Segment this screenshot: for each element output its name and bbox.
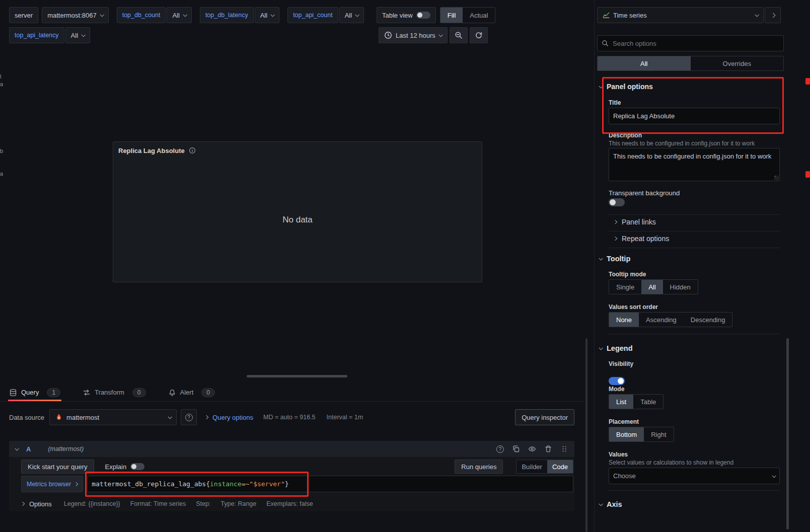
delete-query-trash-icon[interactable]: [544, 445, 552, 453]
sort-none[interactable]: None: [609, 313, 639, 327]
tooltip-mode-hidden[interactable]: Hidden: [663, 280, 698, 294]
textarea-resize-grip[interactable]: [774, 176, 779, 180]
promql-query-input[interactable]: mattermost_db_replica_lag_abs{ instance …: [87, 476, 573, 492]
repeat-options-section[interactable]: Repeat options: [614, 235, 669, 243]
zoom-out-button[interactable]: [450, 27, 468, 43]
tooltip-mode-single[interactable]: Single: [609, 280, 641, 294]
chevron-right-icon: [74, 482, 78, 486]
actual-option[interactable]: Actual: [463, 8, 495, 23]
table-view-label: Table view: [382, 12, 413, 19]
table-view-toggle[interactable]: [416, 12, 430, 19]
var-top-db-latency-picker[interactable]: All: [255, 7, 279, 23]
query-options-toggle[interactable]: Query options: [205, 414, 253, 421]
chevron-down-icon: [168, 415, 172, 419]
axis-section-header[interactable]: Axis: [599, 500, 622, 508]
builder-option[interactable]: Builder: [517, 460, 547, 473]
database-icon: [9, 389, 17, 397]
tab-query[interactable]: Query 1: [9, 384, 60, 401]
chevron-down-icon: [599, 84, 603, 88]
pane-resize-handle[interactable]: [247, 375, 347, 377]
explain-toggle[interactable]: [130, 463, 144, 470]
info-icon[interactable]: [189, 147, 196, 154]
time-range-label: Last 12 hours: [396, 32, 435, 39]
tab-transform[interactable]: Transform 0: [83, 384, 145, 401]
visualization-picker[interactable]: Time series: [597, 7, 764, 23]
chevron-down-icon: [599, 256, 603, 260]
explain-label: Explain: [105, 463, 127, 471]
tab-overrides[interactable]: Overrides: [691, 56, 784, 70]
sort-ascending[interactable]: Ascending: [639, 313, 684, 327]
query-token-brace: }: [285, 480, 289, 488]
tab-alert-label: Alert: [180, 389, 194, 396]
collapse-options-pane-button[interactable]: [765, 7, 781, 23]
query-toolbar: Kick start your query Explain Run querie…: [21, 460, 573, 474]
tooltip-mode-all[interactable]: All: [641, 280, 662, 294]
transparent-background-toggle[interactable]: [609, 198, 625, 206]
main-scrollbar[interactable]: [585, 338, 587, 532]
run-queries-button[interactable]: Run queries: [455, 460, 503, 474]
placement-right[interactable]: Right: [644, 427, 673, 441]
options-label[interactable]: Options: [29, 500, 52, 508]
description-textarea-wrap: This needs to be configured in config.js…: [609, 148, 780, 181]
panel-title-input[interactable]: [609, 108, 780, 124]
chevron-down-icon: [355, 13, 359, 17]
chevron-down-icon: [271, 13, 275, 17]
code-option[interactable]: Code: [547, 460, 573, 473]
var-top-api-latency-picker[interactable]: All: [65, 27, 90, 43]
drag-handle-grip-icon[interactable]: [560, 445, 568, 453]
legend-mode-group: List Table: [609, 394, 664, 409]
query-row-header[interactable]: A (mattermost) ?: [9, 441, 574, 457]
panel-title: Replica Lag Absolute: [118, 147, 185, 155]
hide-query-eye-icon[interactable]: [528, 445, 536, 453]
tooltip-section-header[interactable]: Tooltip: [599, 255, 630, 263]
metrics-browser-button[interactable]: Metrics browser: [21, 476, 83, 492]
legend-mode-list[interactable]: List: [609, 395, 633, 409]
options-sidebar: Time series All Overrides Panel options …: [594, 0, 783, 532]
var-top-api-count-picker[interactable]: All: [339, 7, 364, 23]
chevron-down-icon: [772, 474, 776, 478]
tab-alert[interactable]: Alert 0: [168, 384, 215, 401]
placement-bottom[interactable]: Bottom: [609, 427, 644, 441]
query-token-metric: mattermost_db_replica_lag_abs{: [92, 480, 210, 488]
datasource-help-button[interactable]: ?: [181, 409, 197, 425]
divider: [609, 248, 780, 248]
panel-options-header[interactable]: Panel options: [599, 83, 653, 91]
tooltip-mode-group: Single All Hidden: [609, 279, 698, 294]
tab-all[interactable]: All: [598, 56, 691, 70]
search-options-box[interactable]: [597, 35, 784, 51]
table-view-control[interactable]: Table view: [377, 7, 436, 23]
panel-preview[interactable]: Replica Lag Absolute No data: [113, 141, 482, 282]
server-variable-picker[interactable]: mattermost:8067: [42, 7, 109, 23]
variables-toolbar-row-1: server mattermost:8067 top_db_count All …: [9, 7, 364, 23]
chevron-down-icon[interactable]: [15, 446, 19, 450]
tab-transform-badge: 0: [132, 388, 146, 397]
datasource-picker[interactable]: mattermost: [49, 409, 177, 425]
sidebar-scrollbar[interactable]: [786, 338, 789, 529]
query-help-icon[interactable]: ?: [496, 445, 504, 453]
query-inspector-button[interactable]: Query inspector: [515, 409, 574, 425]
refresh-button[interactable]: [470, 27, 488, 43]
search-options-input[interactable]: [613, 40, 779, 47]
transparent-background-label: Transparent background: [609, 189, 680, 197]
server-variable-label: server: [9, 7, 38, 23]
legend-values-select[interactable]: Choose: [609, 468, 780, 484]
var-top-db-count-picker[interactable]: All: [167, 7, 191, 23]
option-legend: Legend: {{instance}}: [64, 500, 120, 507]
panel-options-header-label: Panel options: [607, 83, 653, 91]
fill-option[interactable]: Fill: [440, 8, 463, 23]
chevron-down-icon: [438, 33, 443, 37]
legend-mode-table[interactable]: Table: [633, 395, 663, 409]
visualization-name: Time series: [613, 12, 647, 19]
time-range-picker[interactable]: Last 12 hours: [379, 27, 448, 43]
no-data-message: No data: [113, 215, 482, 225]
legend-section-header[interactable]: Legend: [599, 344, 633, 352]
duplicate-query-icon[interactable]: [512, 445, 520, 453]
values-sort-order-label: Values sort order: [609, 303, 658, 311]
legend-visibility-toggle[interactable]: [609, 377, 625, 385]
sort-descending[interactable]: Descending: [684, 313, 732, 327]
chevron-right-icon[interactable]: [21, 502, 25, 506]
panel-links-section[interactable]: Panel links: [614, 218, 656, 226]
kick-start-query-button[interactable]: Kick start your query: [21, 460, 94, 474]
panel-description-textarea[interactable]: This needs to be configured in config.js…: [609, 148, 780, 181]
chevron-right-icon: [613, 237, 617, 241]
